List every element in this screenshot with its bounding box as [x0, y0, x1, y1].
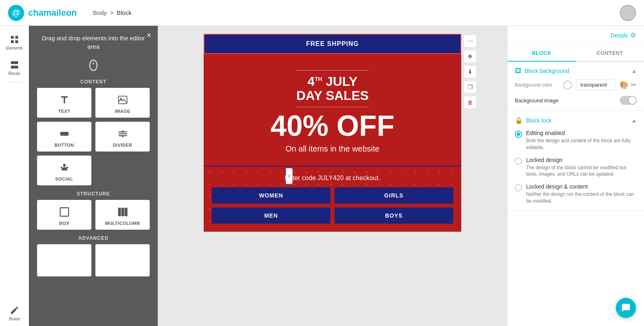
block-download-button[interactable]: ⬇ [464, 65, 477, 78]
structure-section-title: STRUCTURE [29, 191, 158, 197]
box-label: BOX [59, 221, 69, 226]
sales-divider-top [296, 70, 369, 71]
color-picker-icon[interactable]: 🎨 [619, 81, 628, 89]
promo-btn-men[interactable]: MEN [212, 208, 330, 224]
block-move-button[interactable]: ✥ [464, 50, 477, 63]
button-label: BUTTON [54, 143, 74, 147]
element-advanced-1[interactable] [37, 244, 91, 276]
bg-color-input[interactable]: transparent [576, 79, 615, 90]
tab-content[interactable]: CONTENT [576, 45, 644, 61]
breadcrumb-body[interactable]: Body [93, 9, 107, 16]
canvas-inner: FREE SHPPING ⋯ ✥ ⬇ ❐ 🗑 4TH JULY DAY SALE… [204, 34, 461, 318]
locked-design-option[interactable]: Locked design The design of the block ca… [515, 157, 637, 178]
element-text[interactable]: TEXT [37, 88, 91, 118]
block-background-title-row: 🖼 Block background [515, 67, 569, 75]
left-sidebar: × Drag and drop elements into the editor… [29, 26, 158, 326]
element-social[interactable]: SOCIAL [37, 156, 91, 185]
editing-enabled-label: Editing enabled [526, 130, 637, 136]
element-multicolumn[interactable]: MULTICOLUMN [95, 200, 150, 230]
blocks-label: Blocks [8, 71, 20, 76]
svg-point-18 [66, 167, 68, 169]
locked-design-content-radio[interactable] [515, 184, 522, 191]
image-icon [117, 94, 128, 106]
block-background-header[interactable]: 🖼 Block background ▲ [515, 67, 637, 75]
block-copy-button[interactable]: ❐ [464, 81, 477, 93]
svg-point-17 [60, 167, 62, 169]
multicolumn-label: MULTICOLUMN [105, 221, 140, 226]
details-link[interactable]: Details ⚙ [611, 31, 636, 39]
promo-content: Enter code JULY420 at checkout. WOMEN GI… [204, 166, 461, 232]
locked-design-content-option[interactable]: Locked design & content Neither the desi… [515, 183, 637, 205]
element-advanced-2[interactable] [95, 244, 150, 276]
svg-rect-5 [11, 66, 18, 69]
element-button[interactable]: BUTTON [37, 122, 91, 152]
social-label: SOCIAL [55, 176, 73, 181]
bg-image-toggle[interactable] [620, 96, 637, 105]
svg-marker-15 [121, 136, 124, 138]
chevron-up-icon: ▲ [631, 68, 637, 74]
chat-icon [621, 303, 631, 313]
logo-text: chamaileon [28, 8, 77, 18]
bg-color-label: Background color [515, 82, 559, 88]
promo-btn-girls[interactable]: GIRLS [334, 187, 453, 203]
sidebar-item-blocks[interactable]: Blocks [0, 55, 29, 81]
promo-btn-boys[interactable]: BOYS [334, 208, 453, 224]
box-icon [59, 206, 70, 218]
element-box[interactable]: BOX [37, 200, 91, 230]
text-icon [59, 94, 70, 106]
content-section-title: CONTENT [29, 79, 158, 85]
close-icon[interactable]: × [147, 31, 151, 40]
color-eyedropper-icon[interactable]: ✂ [631, 81, 637, 89]
tab-block[interactable]: BLOCK [508, 45, 576, 62]
mouse-icon [86, 59, 101, 73]
svg-rect-10 [60, 132, 68, 135]
block-lock-title: Block lock [526, 117, 551, 124]
email-block-promo[interactable]: Enter code JULY420 at checkout. WOMEN GI… [204, 166, 461, 232]
right-panel: Details ⚙ BLOCK CONTENT 🖼 Block backgrou… [507, 26, 644, 326]
image-label: IMAGE [115, 109, 130, 114]
block-delete-button[interactable]: 🗑 [464, 96, 477, 109]
element-image[interactable]: IMAGE [95, 88, 150, 118]
element-divider[interactable]: DIVIDER [95, 122, 150, 152]
sales-discount: 40% OFF [220, 111, 445, 140]
logo: @ chamaileon [8, 5, 77, 21]
editing-enabled-radio[interactable] [515, 131, 522, 138]
avatar[interactable] [620, 5, 636, 21]
structure-items-grid: BOX MULTICOLUMN [29, 200, 158, 230]
lock-header[interactable]: 🔒 Block lock ▲ [515, 116, 637, 124]
drag-hint: Drag and drop elements into the editor a… [29, 26, 158, 55]
bg-color-swatch[interactable] [563, 81, 572, 89]
header: @ chamaileon Body > Block [0, 0, 644, 26]
sales-sup: TH [315, 76, 322, 82]
sidebar-item-brand[interactable]: Brand [0, 301, 29, 326]
promo-buttons-grid: WOMEN GIRLS MEN BOYS [212, 187, 453, 224]
svg-marker-14 [121, 130, 124, 132]
brand-label: Brand [9, 317, 20, 321]
editing-enabled-option[interactable]: Editing enabled Both the design and cont… [515, 130, 637, 151]
lock-title-row: 🔒 Block lock [515, 116, 551, 124]
editing-enabled-content: Editing enabled Both the design and cont… [526, 130, 637, 151]
main-layout: Elements Blocks Brand × Drag and drop el… [0, 26, 644, 326]
sidebar-item-elements[interactable]: Elements [0, 30, 29, 55]
collapse-button[interactable]: < [286, 168, 293, 184]
blocks-icon [10, 60, 19, 70]
svg-rect-19 [60, 208, 68, 216]
block-more-button[interactable]: ⋯ [464, 35, 477, 48]
email-block-sales[interactable]: 4TH JULY DAY SALES 40% OFF On all items … [204, 54, 461, 166]
image-section-icon: 🖼 [515, 67, 521, 75]
details-label: Details [611, 32, 628, 39]
content-items-grid: TEXT IMAGE BUTTON DIVI [29, 88, 158, 185]
promo-btn-women[interactable]: WOMEN [212, 187, 330, 203]
email-block-free-shipping[interactable]: FREE SHPPING ⋯ ✥ ⬇ ❐ 🗑 [204, 34, 461, 54]
editing-enabled-desc: Both the design and content of the block… [526, 137, 637, 151]
sales-title: 4TH JULY DAY SALES [220, 75, 445, 103]
lock-icon: 🔒 [515, 116, 523, 124]
bg-image-label: Background image [515, 98, 558, 104]
svg-rect-4 [11, 61, 18, 64]
toggle-knob [629, 97, 636, 104]
header-right [620, 5, 636, 21]
chat-button[interactable] [616, 298, 636, 318]
left-icon-strip: Elements Blocks Brand [0, 26, 29, 326]
locked-design-radio[interactable] [515, 158, 522, 165]
text-label: TEXT [58, 109, 70, 114]
